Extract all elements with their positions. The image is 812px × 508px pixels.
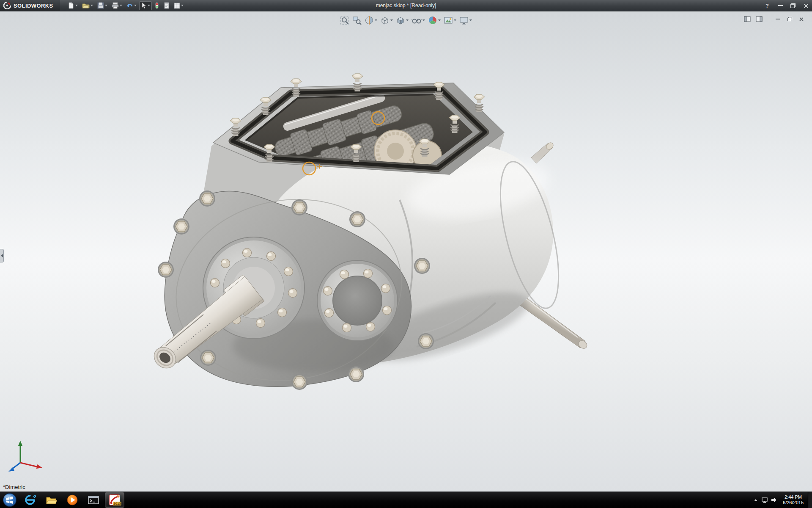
windows-start-icon <box>3 493 17 507</box>
hide-show-items-button[interactable] <box>411 15 426 26</box>
zoom-to-fit-icon <box>340 16 349 25</box>
chevron-up-icon <box>754 499 757 501</box>
file-properties-icon <box>164 2 170 9</box>
solidworks-window: SOLIDWORKS <box>0 0 812 508</box>
taskbar-internet-explorer[interactable] <box>20 492 40 508</box>
edit-appearance-button[interactable] <box>427 15 442 26</box>
open-document-icon <box>82 2 90 9</box>
file-explorer-icon <box>45 494 57 506</box>
orientation-triad <box>8 441 42 472</box>
undo-icon <box>126 2 133 9</box>
solidworks-version-badge: 2015 <box>113 502 121 505</box>
taskbar: 2015 2:44 PM 6/26/2015 <box>0 491 812 508</box>
feature-pane-toggle-button[interactable] <box>743 15 752 23</box>
close-icon <box>804 3 808 8</box>
main-toolbar <box>66 1 185 10</box>
zoom-to-area-button[interactable] <box>351 15 362 26</box>
pane-left-icon <box>744 16 751 22</box>
command-prompt-icon <box>88 494 99 506</box>
undo-button[interactable] <box>125 1 138 10</box>
network-status-button[interactable] <box>760 492 769 508</box>
rebuild-icon <box>154 2 159 9</box>
file-properties-button[interactable] <box>162 1 171 10</box>
speaker-icon <box>771 497 777 503</box>
network-icon <box>761 497 768 503</box>
print-document-icon <box>112 2 119 9</box>
taskbar-file-explorer[interactable] <box>41 492 61 508</box>
taskbar-media-player[interactable] <box>63 492 82 508</box>
section-view-icon <box>365 16 374 25</box>
apply-scene-button[interactable] <box>443 15 457 26</box>
tray-expand-button[interactable] <box>752 492 760 508</box>
edit-appearance-icon <box>428 16 437 25</box>
restore-button[interactable] <box>787 0 799 11</box>
logo-text: SOLIDWORKS <box>14 3 53 9</box>
options-button[interactable] <box>172 1 185 10</box>
close-button[interactable] <box>799 0 812 11</box>
clock-date: 6/26/2015 <box>783 500 804 505</box>
new-document-icon <box>68 2 74 9</box>
volume-button[interactable] <box>769 492 779 508</box>
housing-stud <box>531 141 554 163</box>
view-orientation-label: *Dimetric <box>3 484 25 490</box>
options-icon <box>174 3 180 9</box>
ds-logo-icon <box>3 2 11 9</box>
heads-up-view-toolbar <box>339 15 473 26</box>
view-orientation-icon <box>380 16 390 25</box>
section-view-button[interactable] <box>364 15 378 26</box>
apply-scene-icon <box>444 16 453 25</box>
display-pane-toggle-button[interactable] <box>754 15 764 23</box>
display-style-icon <box>396 16 405 25</box>
internet-explorer-icon <box>24 494 36 506</box>
titlebar: SOLIDWORKS <box>0 0 812 11</box>
doc-restore-button[interactable] <box>785 15 794 23</box>
view-settings-icon <box>459 16 469 25</box>
select-button[interactable] <box>139 1 152 10</box>
clock-time: 2:44 PM <box>783 494 804 500</box>
doc-minimize-button[interactable] <box>773 15 782 23</box>
display-style-button[interactable] <box>395 15 409 26</box>
zoom-to-fit-button[interactable] <box>339 15 350 26</box>
rebuild-button[interactable] <box>153 1 161 10</box>
window-title: menjac sklop * [Read-only] <box>376 3 436 8</box>
taskbar-command-prompt[interactable] <box>84 492 103 508</box>
system-tray: 2:44 PM 6/26/2015 <box>752 492 812 508</box>
help-button[interactable]: ? <box>760 3 774 9</box>
taskbar-solidworks[interactable]: 2015 <box>105 492 124 508</box>
new-document-button[interactable] <box>66 1 80 10</box>
graphics-viewport[interactable]: *Dimetric <box>0 11 812 491</box>
print-document-button[interactable] <box>110 1 124 10</box>
doc-close-button[interactable] <box>797 15 806 23</box>
minimize-button[interactable] <box>774 0 787 11</box>
output-bearing-boss[interactable] <box>317 260 398 341</box>
gearbox-3d-model[interactable] <box>0 11 812 491</box>
solidworks-logo: SOLIDWORKS <box>0 0 60 11</box>
media-player-icon <box>66 494 78 506</box>
open-document-button[interactable] <box>80 1 95 10</box>
doc-minimize-icon <box>776 19 780 19</box>
restore-icon <box>790 3 796 8</box>
taskbar-clock[interactable]: 2:44 PM 6/26/2015 <box>779 494 808 505</box>
minimize-icon <box>778 5 783 6</box>
view-orientation-button[interactable] <box>379 15 394 26</box>
show-desktop-button[interactable] <box>808 492 812 508</box>
doc-close-icon <box>799 17 804 21</box>
pane-right-icon <box>756 16 763 22</box>
zoom-to-area-icon <box>352 16 362 25</box>
document-window-controls <box>743 15 806 23</box>
start-button[interactable] <box>0 492 19 508</box>
view-settings-button[interactable] <box>458 15 473 26</box>
save-document-icon <box>97 2 104 9</box>
feature-manager-collapse-tab[interactable] <box>0 249 4 262</box>
save-document-button[interactable] <box>96 1 109 10</box>
select-cursor-icon <box>141 2 147 9</box>
doc-restore-icon <box>787 17 792 21</box>
hide-show-items-icon <box>411 16 422 25</box>
titlebar-right-controls: ? <box>760 0 812 11</box>
collapse-arrow-icon <box>1 254 3 257</box>
